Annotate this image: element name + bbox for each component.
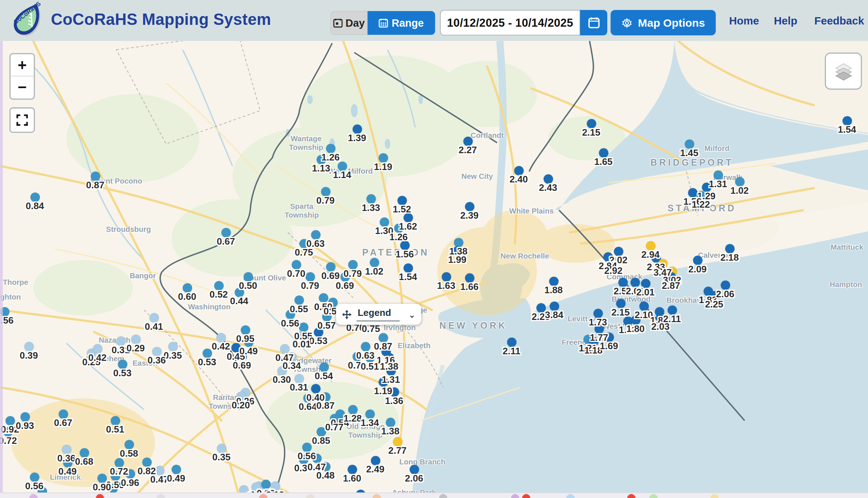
station-point[interactable] (384, 353, 394, 362)
station-point[interactable] (311, 230, 320, 239)
station-point[interactable] (348, 405, 357, 414)
station-point[interactable] (390, 387, 399, 397)
station-point[interactable] (322, 312, 331, 321)
station-point[interactable] (216, 333, 226, 342)
station-point[interactable] (347, 464, 357, 474)
station-point[interactable] (90, 171, 100, 181)
zoom-in-button[interactable]: + (11, 54, 34, 76)
station-point[interactable] (352, 352, 362, 361)
station-point[interactable] (311, 384, 320, 393)
station-point[interactable] (696, 190, 706, 200)
date-range-input[interactable]: 10/12/2025 - 10/14/2025 (440, 10, 580, 35)
station-point[interactable] (589, 337, 598, 346)
nav-feedback-link[interactable]: Feedback (814, 14, 864, 27)
station-point[interactable] (378, 153, 388, 162)
station-point[interactable] (465, 273, 474, 283)
station-point[interactable] (667, 305, 677, 315)
station-point[interactable] (183, 283, 192, 293)
station-point[interactable] (110, 416, 120, 425)
station-point[interactable] (604, 332, 614, 342)
station-point[interactable] (305, 272, 315, 282)
station-point[interactable] (319, 293, 328, 302)
station-point[interactable] (108, 483, 118, 493)
station-point[interactable] (59, 409, 68, 419)
station-point[interactable] (616, 298, 625, 308)
station-point[interactable] (735, 177, 744, 186)
station-point[interactable] (244, 337, 253, 347)
map-canvas[interactable]: Mount PoconoStroudsburgBangorWantage Tow… (0, 41, 868, 493)
station-point[interactable] (721, 280, 730, 290)
station-point[interactable] (352, 124, 362, 134)
station-point[interactable] (599, 148, 608, 158)
station-point[interactable] (312, 453, 322, 463)
station-point[interactable] (361, 342, 370, 351)
station-point[interactable] (125, 469, 135, 479)
station-point[interactable] (386, 366, 396, 376)
station-point[interactable] (394, 223, 403, 233)
station-point[interactable] (337, 161, 347, 171)
station-point[interactable] (231, 343, 241, 352)
station-point[interactable] (110, 471, 120, 481)
station-point[interactable] (378, 377, 388, 386)
station-point[interactable] (725, 244, 734, 253)
station-point[interactable] (321, 187, 330, 196)
station-point[interactable] (365, 353, 375, 362)
station-point[interactable] (549, 301, 559, 311)
station-point[interactable] (393, 437, 402, 446)
station-point[interactable] (298, 322, 308, 332)
station-point[interactable] (702, 182, 711, 192)
station-point[interactable] (202, 348, 212, 358)
station-point[interactable] (297, 331, 307, 340)
station-point[interactable] (316, 427, 326, 437)
station-point[interactable] (277, 366, 286, 376)
station-point[interactable] (656, 313, 665, 322)
station-point[interactable] (243, 272, 253, 282)
station-point[interactable] (303, 393, 313, 403)
range-toggle-button[interactable]: Range (368, 11, 435, 35)
zoom-out-button[interactable]: − (11, 76, 34, 99)
station-point[interactable] (168, 342, 177, 351)
station-point[interactable] (79, 448, 89, 457)
station-point[interactable] (152, 347, 161, 356)
station-point[interactable] (217, 444, 226, 453)
station-point[interactable] (124, 439, 134, 449)
station-point[interactable] (543, 174, 553, 184)
station-point[interactable] (514, 166, 523, 175)
station-point[interactable] (294, 295, 304, 305)
station-point[interactable] (463, 136, 473, 146)
station-point[interactable] (270, 481, 280, 491)
station-point[interactable] (234, 287, 244, 297)
station-point[interactable] (63, 458, 72, 467)
station-point[interactable] (241, 325, 250, 335)
station-point[interactable] (454, 238, 463, 247)
station-point[interactable] (155, 466, 164, 475)
station-point[interactable] (536, 303, 546, 313)
station-point[interactable] (118, 359, 127, 369)
station-point[interactable] (237, 352, 247, 361)
station-point[interactable] (369, 257, 379, 267)
station-point[interactable] (379, 217, 389, 227)
day-toggle-button[interactable]: Day (330, 11, 367, 35)
station-point[interactable] (507, 337, 516, 347)
station-point[interactable] (403, 263, 413, 273)
station-point[interactable] (326, 262, 335, 272)
station-point[interactable] (618, 278, 628, 287)
station-point[interactable] (452, 246, 462, 256)
station-point[interactable] (114, 458, 124, 467)
map-options-button[interactable]: Map Options (610, 10, 716, 35)
station-point[interactable] (221, 228, 231, 237)
station-point[interactable] (294, 374, 304, 383)
station-point[interactable] (371, 456, 380, 465)
station-point[interactable] (116, 336, 125, 346)
station-point[interactable] (639, 301, 649, 311)
station-point[interactable] (378, 333, 388, 342)
station-point[interactable] (586, 119, 596, 128)
station-point[interactable] (97, 474, 107, 483)
station-point[interactable] (287, 352, 297, 362)
legend-toggle[interactable]: Legend ⌄ (336, 304, 421, 325)
station-point[interactable] (62, 445, 71, 454)
station-point[interactable] (630, 278, 640, 287)
station-point[interactable] (316, 155, 326, 164)
station-point[interactable] (30, 192, 40, 202)
station-point[interactable] (693, 255, 702, 265)
